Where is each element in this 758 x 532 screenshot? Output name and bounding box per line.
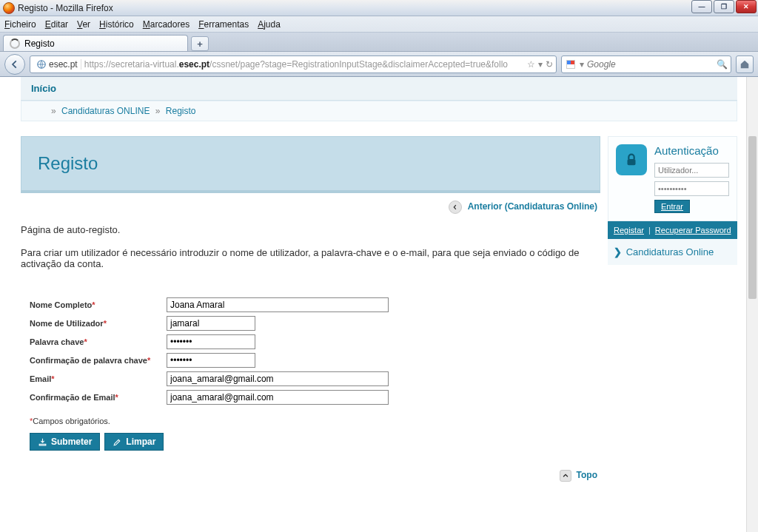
arrow-up-icon <box>560 470 571 482</box>
breadcrumb: » Candidaturas ONLINE » Registo <box>21 101 737 121</box>
google-icon <box>565 58 577 70</box>
bookmark-star-icon[interactable]: ☆ <box>527 59 535 70</box>
page-header: Registo <box>21 136 600 193</box>
new-tab-button[interactable]: + <box>191 36 209 51</box>
chevron-right-icon: » <box>155 106 161 116</box>
submeter-label: Submeter <box>51 437 92 447</box>
top-nav-bar: Início <box>21 77 737 101</box>
window-title: Registo - Mozilla Firefox <box>18 3 113 13</box>
label-nome-utilizador: Nome de Utilizador* <box>30 319 167 328</box>
breadcrumb-registo[interactable]: Registo <box>166 106 196 116</box>
back-arrow-icon <box>449 201 462 214</box>
recuperar-password-link[interactable]: Recuperar Password <box>655 226 731 235</box>
globe-icon <box>36 59 47 70</box>
candidaturas-panel: ❯ Candidaturas Online <box>608 239 737 265</box>
url-bar[interactable]: esec.pt https://secretaria-virtual.esec.… <box>30 55 557 73</box>
anterior-link[interactable]: Anterior (Candidaturas Online) <box>468 201 597 212</box>
search-dropdown-icon[interactable]: ▾ <box>580 59 584 70</box>
pencil-icon <box>113 437 122 447</box>
inicio-link[interactable]: Início <box>31 83 56 94</box>
chevron-right-icon: » <box>51 106 56 116</box>
topo-link[interactable]: Topo <box>577 470 597 480</box>
page-viewport: Início » Candidaturas ONLINE » Registo R… <box>0 77 758 532</box>
required-note: *Campos obrigatórios. <box>30 417 591 425</box>
menu-history[interactable]: Histórico <box>99 19 134 30</box>
vertical-scrollbar[interactable] <box>746 77 758 532</box>
intro-line-1: Página de auto-registo. <box>21 224 600 235</box>
intro-text: Página de auto-registo. Para criar um ut… <box>21 221 600 292</box>
input-confirma-email[interactable] <box>167 390 389 405</box>
entrar-button[interactable]: Entrar <box>654 200 690 213</box>
label-palavra-chave: Palavra chave* <box>30 337 167 346</box>
registration-form: Nome Completo* Nome de Utilizador* Palav… <box>21 292 600 457</box>
lock-icon <box>623 152 640 168</box>
menu-bookmarks[interactable]: Marcadores <box>143 19 190 30</box>
site-identity-label: esec.pt <box>49 59 78 70</box>
scrollbar-thumb[interactable] <box>748 136 757 299</box>
menu-edit[interactable]: Editar <box>45 19 68 30</box>
auth-user-input[interactable] <box>654 163 729 178</box>
tab-strip: Registo + <box>0 33 758 52</box>
breadcrumb-candidaturas[interactable]: Candidaturas ONLINE <box>61 106 150 116</box>
nav-back-button[interactable] <box>4 54 25 75</box>
label-confirma-chave: Confirmação de palavra chave* <box>30 356 167 365</box>
input-confirma-chave[interactable] <box>167 353 255 368</box>
intro-line-2: Para criar um utilizador é necessário in… <box>21 247 600 269</box>
submeter-button[interactable]: Submeter <box>30 433 100 451</box>
label-nome-completo: Nome Completo* <box>30 300 167 309</box>
menu-file[interactable]: Ficheiro <box>4 19 36 30</box>
menu-view[interactable]: Ver <box>77 19 90 30</box>
browser-menubar: Ficheiro Editar Ver Histórico Marcadores… <box>0 16 758 33</box>
browser-navbar: esec.pt https://secretaria-virtual.esec.… <box>0 52 758 77</box>
tab-title: Registo <box>24 38 55 49</box>
window-minimize-button[interactable]: — <box>691 0 712 13</box>
window-titlebar: Registo - Mozilla Firefox — ❐ ✕ <box>0 0 758 16</box>
svg-rect-1 <box>628 159 636 165</box>
registar-link[interactable]: Registar <box>614 226 644 235</box>
menu-tools[interactable]: Ferramentas <box>198 19 249 30</box>
chevron-right-icon: ❯ <box>614 246 622 257</box>
lock-badge <box>616 144 647 175</box>
input-nome-utilizador[interactable] <box>167 316 255 331</box>
auth-box: Autenticação Entrar <box>608 136 737 221</box>
input-nome-completo[interactable] <box>167 297 389 312</box>
loading-spinner-icon <box>10 38 20 49</box>
auth-links-bar: Registar | Recuperar Password <box>608 221 737 239</box>
search-submit-icon[interactable]: 🔍 <box>717 59 728 70</box>
limpar-button[interactable]: Limpar <box>104 433 164 451</box>
urlbar-dropdown-icon[interactable]: ▾ <box>538 59 543 70</box>
menu-help[interactable]: Ajuda <box>258 19 281 30</box>
candidaturas-online-link[interactable]: Candidaturas Online <box>626 246 714 257</box>
arrow-left-icon <box>10 59 20 70</box>
auth-title: Autenticação <box>654 144 729 157</box>
home-button[interactable] <box>736 55 754 73</box>
label-confirma-email: Confirmação de Email* <box>30 393 167 402</box>
limpar-label: Limpar <box>126 437 155 447</box>
separator: | <box>648 226 651 235</box>
label-email: Email* <box>30 374 167 383</box>
input-email[interactable] <box>167 371 389 386</box>
auth-pass-input[interactable] <box>654 181 729 196</box>
window-close-button[interactable]: ✕ <box>736 0 757 13</box>
search-input[interactable] <box>587 59 714 70</box>
page-title: Registo <box>38 153 583 174</box>
site-identity[interactable]: esec.pt <box>33 59 81 70</box>
input-palavra-chave[interactable] <box>167 334 255 349</box>
search-bar[interactable]: ▾ 🔍 <box>561 55 731 73</box>
home-icon <box>739 59 750 70</box>
reload-icon[interactable]: ↻ <box>546 59 553 70</box>
window-maximize-button[interactable]: ❐ <box>714 0 734 13</box>
url-text: https://secretaria-virtual.esec.pt/cssne… <box>84 59 524 70</box>
download-icon <box>38 437 47 447</box>
browser-tab[interactable]: Registo <box>3 35 188 51</box>
firefox-icon <box>3 2 15 14</box>
